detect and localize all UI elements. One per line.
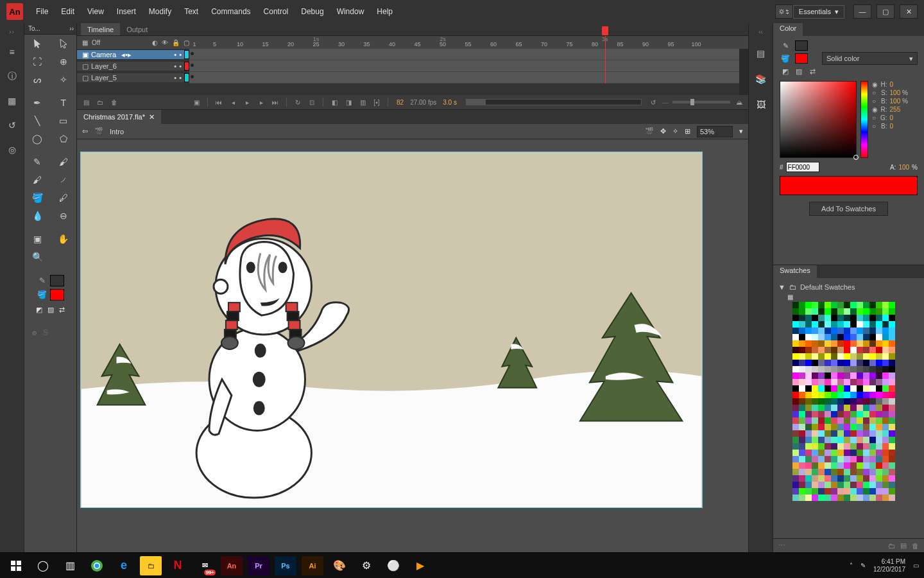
swatch[interactable] (831, 366, 837, 372)
swatch[interactable] (831, 469, 837, 475)
new-folder-icon[interactable]: 🗀 (95, 97, 105, 107)
swatch[interactable] (869, 340, 876, 347)
swatch[interactable] (882, 482, 889, 488)
info-panel-icon[interactable]: ⓘ (4, 69, 20, 84)
swatch[interactable] (792, 450, 799, 456)
swatch[interactable] (844, 398, 850, 405)
tab-swatches[interactable]: Swatches (773, 265, 817, 278)
swatch[interactable] (812, 340, 818, 347)
new-layer-icon[interactable]: ▤ (81, 97, 91, 107)
frames-track[interactable] (189, 49, 739, 60)
swatch[interactable] (857, 302, 863, 308)
swatch[interactable] (792, 488, 799, 495)
swatch[interactable] (799, 405, 805, 411)
swatch[interactable] (857, 482, 863, 488)
chevron-down-icon[interactable]: ▾ (739, 127, 743, 136)
3d-rotation-tool[interactable]: ⊕ (51, 53, 77, 71)
swatch[interactable] (889, 360, 895, 366)
swatch[interactable] (792, 308, 799, 315)
swatch[interactable] (882, 360, 889, 366)
pen-input-icon[interactable]: ✎ (860, 562, 866, 569)
swatch[interactable] (818, 437, 825, 443)
swatch[interactable] (818, 366, 825, 372)
menu-window[interactable]: Window (330, 4, 371, 19)
swatch[interactable] (818, 372, 825, 379)
swatch[interactable] (805, 437, 812, 443)
swatch[interactable] (805, 379, 812, 385)
swatch[interactable] (831, 360, 837, 366)
swatch[interactable] (850, 353, 857, 360)
swatch[interactable] (792, 353, 799, 360)
swatch[interactable] (882, 495, 889, 501)
scroll-to-playhead-icon[interactable]: ↺ (648, 97, 658, 107)
swatch[interactable] (850, 424, 857, 430)
tab-timeline[interactable]: Timeline (81, 23, 120, 35)
no-color-icon[interactable]: ▨ (793, 66, 805, 77)
line-tool[interactable]: ╲ (24, 112, 51, 130)
swatch[interactable] (825, 321, 831, 328)
swatch[interactable] (792, 405, 799, 411)
hex-input[interactable] (786, 162, 819, 172)
swatch[interactable] (857, 321, 863, 328)
swatch[interactable] (818, 302, 825, 308)
swatch[interactable] (876, 462, 882, 469)
swatch[interactable] (863, 328, 869, 334)
swatch[interactable] (792, 334, 799, 340)
swatch[interactable] (812, 353, 818, 360)
swatch[interactable] (831, 456, 837, 462)
swatch[interactable] (850, 450, 857, 456)
swatch[interactable] (882, 308, 889, 315)
swatch[interactable] (882, 392, 889, 398)
swatch[interactable] (812, 392, 818, 398)
swatch[interactable] (812, 417, 818, 424)
swatch[interactable] (818, 424, 825, 430)
swatch[interactable] (805, 328, 812, 334)
swatch[interactable] (805, 430, 812, 437)
timeline-zoom-slider[interactable] (672, 101, 730, 103)
swatch[interactable] (876, 411, 882, 417)
swatch[interactable] (818, 430, 825, 437)
swatch[interactable] (844, 437, 850, 443)
swatch[interactable] (850, 360, 857, 366)
swatch[interactable] (889, 340, 895, 347)
swatch[interactable] (818, 482, 825, 488)
swatch[interactable] (889, 469, 895, 475)
swatch[interactable] (844, 385, 850, 392)
swatch[interactable] (869, 462, 876, 469)
timeline-vscroll[interactable] (739, 49, 748, 95)
swatch[interactable] (799, 443, 805, 450)
swatch[interactable] (799, 308, 805, 315)
swatch[interactable] (812, 372, 818, 379)
swatch[interactable] (812, 347, 818, 353)
swatch[interactable] (844, 417, 850, 424)
swatch[interactable] (837, 424, 844, 430)
pencil-tool[interactable]: ✎ (24, 153, 51, 171)
swatch[interactable] (889, 475, 895, 482)
swatch[interactable] (825, 392, 831, 398)
swatch[interactable] (831, 392, 837, 398)
settings-icon[interactable]: ⚙ (355, 556, 377, 575)
swatch[interactable] (844, 475, 850, 482)
swatch[interactable] (837, 417, 844, 424)
swatch[interactable] (882, 411, 889, 417)
swatch[interactable] (869, 366, 876, 372)
swatch[interactable] (863, 443, 869, 450)
marker-btn[interactable]: [▪] (372, 97, 382, 107)
swatch[interactable] (831, 398, 837, 405)
swatch[interactable] (850, 315, 857, 321)
menu-control[interactable]: Control (257, 4, 295, 19)
swatch[interactable] (850, 379, 857, 385)
swatch[interactable] (869, 347, 876, 353)
swatch[interactable] (889, 450, 895, 456)
swatch[interactable] (850, 302, 857, 308)
color-field[interactable] (780, 81, 857, 158)
swatch[interactable] (857, 360, 863, 366)
swatch[interactable] (863, 495, 869, 501)
swatch[interactable] (857, 443, 863, 450)
swatch[interactable] (844, 308, 850, 315)
swatch[interactable] (812, 405, 818, 411)
swatch[interactable] (837, 372, 844, 379)
swatch[interactable] (818, 334, 825, 340)
swatch[interactable] (869, 475, 876, 482)
swatch[interactable] (805, 308, 812, 315)
